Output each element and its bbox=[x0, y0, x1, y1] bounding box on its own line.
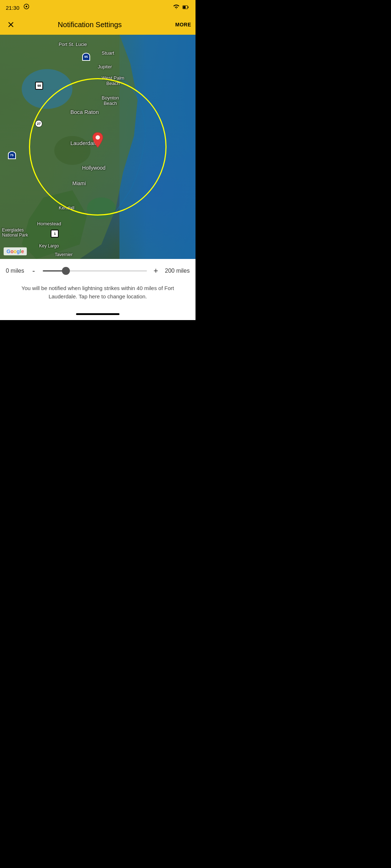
svg-point-7 bbox=[22, 69, 72, 109]
miles-min-label: 0 miles bbox=[6, 268, 25, 274]
status-left: 21:30 bbox=[6, 3, 30, 11]
svg-point-9 bbox=[54, 136, 91, 165]
svg-point-10 bbox=[87, 197, 116, 219]
page-title: Notification Settings bbox=[4, 21, 175, 29]
status-time: 21:30 bbox=[6, 5, 20, 11]
plus-button[interactable]: + bbox=[151, 266, 161, 276]
minus-button[interactable]: - bbox=[28, 266, 39, 276]
slider-wrapper[interactable] bbox=[43, 267, 147, 275]
miles-max-label: 200 miles bbox=[165, 268, 190, 274]
wifi-icon bbox=[173, 4, 180, 10]
highway-95: 95 bbox=[82, 53, 90, 61]
notification-description[interactable]: You will be notified when lightning stri… bbox=[6, 281, 190, 303]
svg-rect-4 bbox=[183, 6, 186, 9]
home-indicator bbox=[0, 308, 196, 320]
top-bar: Notification Settings MORE bbox=[0, 14, 196, 35]
focus-icon bbox=[23, 3, 30, 10]
home-bar bbox=[76, 313, 119, 315]
svg-point-1 bbox=[26, 6, 28, 8]
highway-98: 98 bbox=[35, 82, 43, 90]
more-button[interactable]: MORE bbox=[175, 22, 191, 27]
radius-slider[interactable] bbox=[43, 270, 147, 272]
svg-point-11 bbox=[96, 135, 100, 140]
slider-row: 0 miles - + 200 miles bbox=[6, 266, 190, 276]
svg-rect-3 bbox=[188, 7, 188, 8]
location-pin bbox=[92, 132, 103, 147]
highway-27: 27 bbox=[35, 120, 42, 127]
status-bar: 21:30 bbox=[0, 0, 196, 14]
battery-icon bbox=[182, 4, 190, 10]
highway-1: 1 bbox=[51, 230, 59, 238]
google-logo: Google bbox=[4, 247, 27, 255]
bottom-controls: 0 miles - + 200 miles You will be notifi… bbox=[0, 259, 196, 308]
highway-75: 75 bbox=[8, 151, 16, 159]
map-container[interactable]: Port St. Lucie Stuart Jupiter West PalmB… bbox=[0, 35, 196, 259]
status-icons bbox=[173, 4, 190, 10]
